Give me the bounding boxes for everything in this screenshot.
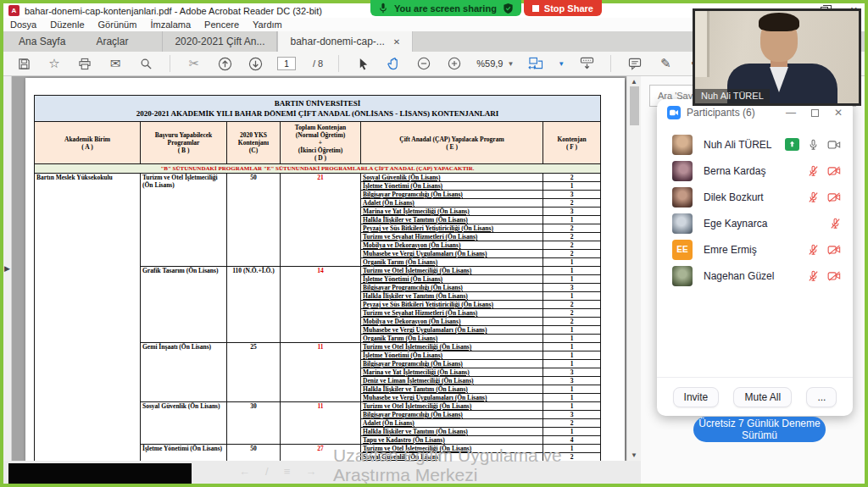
zoom-in-icon[interactable] bbox=[446, 55, 463, 72]
scroll-down-icon[interactable]: ▼ bbox=[631, 451, 637, 459]
cell-cap-program: Deniz ve Liman İşletmeciliği (Ön Lisans) bbox=[361, 377, 543, 385]
highlighter-icon[interactable]: ✎ bbox=[657, 55, 674, 72]
table-column-header: Kontenjan ( F ) bbox=[543, 122, 601, 164]
page-number-input[interactable]: 1 bbox=[277, 57, 296, 70]
webcam-window bbox=[695, 11, 708, 77]
mic-muted-icon[interactable] bbox=[808, 191, 819, 203]
trial-button[interactable]: Ücretsiz 7 Günlük Deneme Sürümü bbox=[693, 417, 826, 442]
stop-share-button[interactable]: Stop Share bbox=[524, 0, 602, 16]
kontenjan-table: BARTIN ÜNİVERSİTESİ 2020-2021 AKADEMİK Y… bbox=[34, 95, 601, 461]
mute-all-button[interactable]: Mute All bbox=[733, 387, 792, 407]
cell-kontenjan: 3 bbox=[543, 411, 601, 419]
participants-close-button[interactable]: ✕ bbox=[834, 107, 843, 119]
cell-cap-program: Bilgisayar Programcılığı (Ön Lisans) bbox=[361, 284, 543, 292]
menu-item-görünüm[interactable]: Görünüm bbox=[92, 19, 144, 30]
background-black-bar bbox=[8, 463, 192, 485]
participant-row[interactable]: Dilek Bozkurt bbox=[657, 184, 853, 210]
scroll-up-icon[interactable]: ▲ bbox=[631, 78, 637, 86]
participant-row[interactable]: Nagehan Güzel bbox=[657, 263, 853, 289]
participant-status-icons bbox=[830, 218, 841, 230]
cell-kontenjan: 1 bbox=[543, 292, 601, 301]
page-total-label: / 8 bbox=[313, 58, 323, 69]
participant-row[interactable]: EEEmre Ermiş bbox=[657, 236, 853, 263]
cell-cap-program: Halkla İlişkiler ve Tanıtım (Ön Lisans) bbox=[361, 428, 543, 436]
cell-kontenjan: 2 bbox=[543, 224, 601, 233]
vertical-scrollbar[interactable]: ▲ ▼ bbox=[626, 76, 641, 461]
mic-muted-icon[interactable] bbox=[808, 244, 819, 256]
cell-toplam-kontenjan: 21 bbox=[281, 174, 361, 267]
webcam-video[interactable]: Nuh Ali TÜREL bbox=[693, 8, 861, 106]
document-tab[interactable]: bahar-donemi-cap-...✕ bbox=[277, 31, 413, 52]
cell-cap-program: Halkla İlişkiler ve Tanıtım (Ön Lisans) bbox=[361, 216, 543, 224]
fit-width-icon[interactable] bbox=[527, 55, 544, 72]
mic-icon[interactable] bbox=[808, 139, 819, 151]
more-options-button[interactable]: ... bbox=[806, 387, 837, 407]
search-icon[interactable] bbox=[137, 55, 154, 72]
cell-program: İşletme Yönetimi (Ön Lisans) bbox=[141, 445, 227, 462]
toolbar-separator bbox=[170, 55, 170, 72]
pdf-page: BARTIN ÜNİVERSİTESİ 2020-2021 AKADEMİK Y… bbox=[25, 78, 625, 461]
menu-item-düzenle[interactable]: Düzenle bbox=[43, 19, 91, 30]
save-icon[interactable] bbox=[15, 55, 32, 72]
avatar: EE bbox=[672, 240, 693, 260]
menu-item-yardım[interactable]: Yardım bbox=[246, 19, 289, 30]
table-header-row: Akademik Birim ( A )Başvuru Yapabilecek … bbox=[35, 122, 601, 164]
cell-kontenjan: 2 bbox=[543, 250, 601, 258]
nav-pane-expand-icon[interactable]: ▶ bbox=[4, 264, 10, 273]
chevron-down-icon[interactable]: ▼ bbox=[558, 60, 565, 68]
cell-kontenjan: 3 bbox=[543, 191, 601, 199]
chevron-down-icon: ▼ bbox=[507, 60, 514, 68]
invite-button[interactable]: Invite bbox=[673, 387, 720, 407]
camera-off-icon[interactable] bbox=[827, 245, 841, 255]
zoom-level-select[interactable]: %59,9▼ bbox=[476, 58, 514, 69]
mic-muted-icon[interactable] bbox=[808, 270, 819, 282]
camera-off-icon[interactable] bbox=[827, 192, 841, 202]
person-hair bbox=[759, 13, 799, 31]
cell-cap-program: Organik Tarım (Ön Lisans) bbox=[361, 335, 543, 343]
camera-off-icon[interactable] bbox=[827, 166, 841, 176]
snapshot-scissors-icon[interactable]: ✂ bbox=[186, 55, 203, 72]
select-cursor-icon[interactable] bbox=[354, 55, 371, 72]
cell-cap-program: Turizm ve Otel İşletmeciliği (Ön Lisans) bbox=[361, 445, 543, 453]
cell-cap-program: Muhasebe ve Vergi Uygulamaları (Ön Lisan… bbox=[361, 250, 543, 258]
next-page-icon[interactable] bbox=[247, 55, 264, 72]
hand-tool-icon[interactable] bbox=[385, 55, 402, 72]
previous-page-icon[interactable] bbox=[216, 55, 233, 72]
participants-maximize-button[interactable] bbox=[811, 109, 819, 117]
participant-name: Nagehan Güzel bbox=[704, 270, 797, 282]
cell-kontenjan: 2 bbox=[543, 233, 601, 241]
document-tab-label: 2020-2021 Çift An... bbox=[175, 36, 264, 47]
participant-row[interactable]: Ege Kaynarca bbox=[657, 210, 853, 236]
cell-kontenjan: 3 bbox=[543, 208, 601, 216]
menu-item-dosya[interactable]: Dosya bbox=[3, 19, 43, 30]
document-area: ▶ BARTIN ÜNİVERSİTESİ 2020-2021 AKADEMİK… bbox=[3, 76, 641, 461]
bookmark-star-icon[interactable]: ☆ bbox=[46, 55, 63, 72]
camera-icon[interactable] bbox=[827, 140, 841, 150]
email-icon[interactable]: ✉ bbox=[107, 55, 124, 72]
cell-cap-program: Marina ve Yat İşletmeciliği (Ön Lisans) bbox=[361, 208, 543, 216]
participants-minimize-button[interactable]: — bbox=[786, 107, 796, 119]
app-tab[interactable]: Ana Sayfa bbox=[3, 31, 81, 52]
zoom-out-icon[interactable] bbox=[415, 55, 432, 72]
mic-muted-icon[interactable] bbox=[830, 218, 841, 230]
mic-muted-icon[interactable] bbox=[808, 165, 819, 177]
comment-icon[interactable] bbox=[626, 55, 643, 72]
camera-off-icon[interactable] bbox=[827, 271, 841, 281]
cell-kontenjan: 1 bbox=[543, 343, 601, 351]
app-tab[interactable]: Araçlar bbox=[81, 31, 143, 52]
participants-footer: InviteMute All... bbox=[657, 377, 853, 416]
scrollbar-thumb[interactable] bbox=[630, 86, 639, 125]
stop-icon bbox=[532, 5, 539, 12]
participants-window-controls: — ✕ bbox=[786, 107, 843, 119]
cell-kontenjan: 1 bbox=[543, 402, 601, 411]
screen-sharing-icon[interactable] bbox=[785, 138, 799, 151]
participant-row[interactable]: Nuh Ali TÜREL (Host, me) bbox=[657, 131, 853, 158]
tab-close-icon[interactable]: ✕ bbox=[393, 37, 400, 47]
menu-item-pencere[interactable]: Pencere bbox=[198, 19, 246, 30]
menu-item-i̇mzalama[interactable]: İmzalama bbox=[143, 19, 198, 30]
participant-row[interactable]: Berna Kardaş bbox=[657, 158, 853, 184]
print-icon[interactable] bbox=[76, 55, 93, 72]
page-scrolling-icon[interactable] bbox=[578, 55, 595, 72]
cell-cap-program: İşletme Yönetimi (Ön Lisans) bbox=[361, 182, 543, 191]
document-tab[interactable]: 2020-2021 Çift An... bbox=[162, 31, 277, 52]
